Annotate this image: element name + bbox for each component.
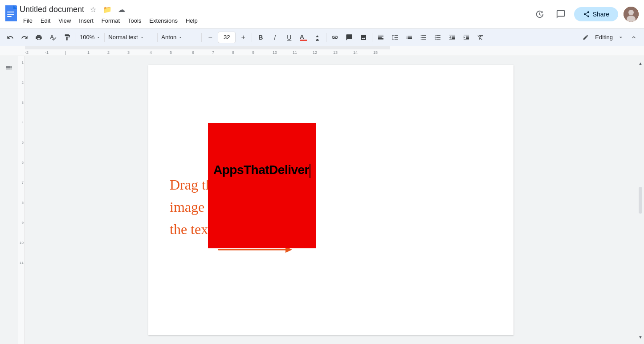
indent-decrease-button[interactable]	[445, 31, 459, 44]
red-box	[208, 123, 316, 248]
avatar[interactable]	[624, 7, 639, 22]
insert-image-button[interactable]	[357, 31, 370, 44]
editing-area: Editing	[579, 31, 626, 44]
edit-pencil-icon[interactable]	[579, 31, 592, 44]
share-button[interactable]: Share	[574, 7, 618, 21]
checklist-button[interactable]	[403, 31, 416, 44]
line-spacing-button[interactable]	[388, 31, 402, 44]
drive-icon[interactable]: 📁	[101, 3, 114, 16]
menu-view[interactable]: View	[55, 16, 74, 25]
doc-title[interactable]: Untitled document	[20, 5, 84, 14]
font-size-decrease[interactable]: −	[204, 31, 217, 44]
ruler-inner: -2 -1 | 1 2 3 4 5 6 7 8 9 10 11 12 13 14…	[25, 46, 390, 56]
expand-button[interactable]	[627, 31, 640, 44]
svg-point-6	[628, 10, 634, 15]
spellcheck-button[interactable]	[46, 31, 60, 44]
text-cursor	[310, 164, 310, 178]
cloud-icon[interactable]: ☁	[115, 3, 128, 16]
sidebar	[0, 56, 18, 344]
style-select[interactable]: Normal text	[106, 31, 155, 44]
doc-title-area: Untitled document ☆ 📁 ☁ File Edit View I…	[20, 3, 531, 25]
bullet-list-button[interactable]	[417, 31, 430, 44]
doc-page: Drag the image behind the text AppsThatD…	[148, 65, 514, 335]
star-icon[interactable]: ☆	[87, 3, 99, 16]
ruler: -2 -1 | 1 2 3 4 5 6 7 8 9 10 11 12 13 14…	[0, 46, 644, 56]
svg-text:the text: the text	[170, 221, 212, 237]
menu-extensions[interactable]: Extensions	[146, 16, 181, 25]
menu-file[interactable]: File	[20, 16, 36, 25]
scroll-up-button[interactable]: ▲	[637, 60, 644, 67]
separator-6	[326, 33, 326, 42]
editing-label: Editing	[595, 34, 613, 40]
separator-4	[201, 33, 202, 42]
numbered-list-button[interactable]	[431, 31, 444, 44]
scroll-down-button[interactable]: ▼	[637, 333, 644, 340]
main-area: 1 2 3 4 5 6 7 8 9 10 11 Drag the image b…	[0, 56, 644, 344]
separator-5	[252, 33, 252, 42]
right-scrollbar: ▲ ▼	[637, 56, 644, 344]
indent-increase-button[interactable]	[460, 31, 473, 44]
svg-rect-3	[7, 14, 14, 15]
menu-help[interactable]: Help	[182, 16, 201, 25]
toolbar: 100% Normal text Anton − 32 + B I U A	[0, 28, 644, 46]
font-size-increase[interactable]: +	[236, 31, 250, 44]
outline-icon[interactable]	[3, 61, 15, 74]
redo-button[interactable]	[18, 31, 31, 44]
title-bar-right: Share	[531, 6, 639, 22]
menu-format[interactable]: Format	[98, 16, 123, 25]
highlight-button[interactable]	[311, 31, 324, 44]
menu-tools[interactable]: Tools	[124, 16, 145, 25]
insert-comment-button[interactable]	[342, 31, 356, 44]
paint-format-button[interactable]	[61, 31, 74, 44]
separator-7	[372, 33, 372, 42]
separator-3	[157, 33, 158, 42]
undo-button[interactable]	[4, 31, 17, 44]
menu-insert[interactable]: Insert	[75, 16, 97, 25]
link-button[interactable]	[328, 31, 342, 44]
doc-text-content[interactable]: AppsThatDeliver	[208, 163, 316, 178]
history-icon[interactable]	[531, 6, 547, 22]
left-ruler: 1 2 3 4 5 6 7 8 9 10 11	[18, 56, 25, 344]
text-color-button[interactable]: A	[297, 31, 310, 44]
print-button[interactable]	[32, 31, 45, 44]
align-button[interactable]	[374, 31, 387, 44]
separator-1	[76, 33, 76, 42]
font-size-input[interactable]: 32	[218, 32, 236, 43]
menu-bar: File Edit View Insert Format Tools Exten…	[20, 16, 531, 25]
share-label: Share	[593, 11, 609, 18]
app-icon	[5, 5, 20, 23]
svg-rect-2	[7, 12, 14, 12]
bold-button[interactable]: B	[254, 31, 267, 44]
menu-edit[interactable]: Edit	[37, 16, 54, 25]
italic-button[interactable]: I	[268, 31, 281, 44]
editing-chevron[interactable]	[615, 32, 626, 43]
zoom-select[interactable]: 100%	[78, 31, 102, 44]
clear-formatting-button[interactable]	[474, 31, 487, 44]
svg-rect-4	[7, 16, 12, 17]
doc-canvas[interactable]: Drag the image behind the text AppsThatD…	[25, 56, 637, 344]
font-select[interactable]: Anton	[159, 31, 200, 44]
underline-button[interactable]: U	[282, 31, 296, 44]
title-bar: Untitled document ☆ 📁 ☁ File Edit View I…	[0, 0, 644, 28]
comment-icon[interactable]	[553, 6, 569, 22]
separator-2	[104, 33, 105, 42]
